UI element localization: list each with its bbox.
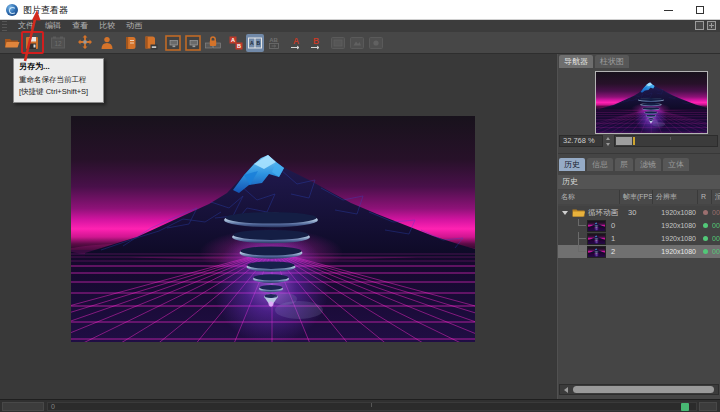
tab-histogram[interactable]: 柱状图 [595,55,629,68]
table-row[interactable]: 循环动画 30 1920x1080 00 [558,206,720,219]
nav-frame-1-icon[interactable] [329,34,347,52]
app-icon [6,4,18,16]
maximize-button[interactable] [687,0,713,20]
nav-frame-3-icon[interactable] [367,34,385,52]
column-r[interactable]: R [698,190,712,204]
menu-view[interactable]: 查看 [72,20,88,32]
timeline-track[interactable]: 0 [47,402,697,411]
menu-compare[interactable]: 比较 [99,20,115,32]
frame-thumbnail [587,233,606,245]
zoom-slider-marker [633,137,635,145]
set-image-a-icon[interactable]: A [287,34,305,52]
tab-filter[interactable]: 滤镜 [635,158,661,171]
zoom-spinner[interactable] [605,136,612,147]
timeline-right-box[interactable] [699,402,717,411]
compare-ab-split-icon[interactable]: AB [246,34,264,52]
compare-ab-sequence-icon[interactable]: AB [265,34,283,52]
row-name: 2 [611,245,615,258]
nav-frame-2-icon[interactable] [348,34,366,52]
glyph-b: B [256,40,260,46]
set-image-b-icon[interactable]: B [307,34,325,52]
spinner-up-icon [606,137,610,140]
menu-edit[interactable]: 编辑 [45,20,61,32]
view-a-icon[interactable] [164,34,182,52]
timeline-start-label: 0 [51,403,55,411]
zoom-slider-handle[interactable] [616,137,632,145]
render-status-dot [703,223,708,228]
frame-thumbnail [587,246,606,258]
move-view-icon[interactable] [76,34,94,52]
open-file-icon[interactable] [3,34,21,52]
tooltip-description: 重命名保存当前工程 [19,75,98,84]
menu-grip-handle[interactable] [2,21,7,31]
glyph-a: A [231,37,235,43]
tab-info[interactable]: 信息 [587,158,613,171]
tree-line [578,251,586,252]
glyph-ab: AB [269,37,278,43]
tab-navigator[interactable]: 导航器 [559,55,593,68]
tooltip-shortcut: [快捷键 Ctrl+Shift+S] [19,87,98,96]
tab-layer[interactable]: 层 [615,158,633,171]
tab-history[interactable]: 历史 [559,158,585,171]
table-row[interactable]: 1 1920x1080 00 [558,232,720,245]
save-as-tooltip: 另存为... 重命名保存当前工程 [快捷键 Ctrl+Shift+S] [13,58,104,103]
render-status-dot [703,249,708,254]
history-tabs: 历史 信息 层 滤镜 立体 [559,158,689,171]
column-fps[interactable]: 帧率(FPS) [620,190,653,204]
menu-animation[interactable]: 动画 [126,20,142,32]
float-panel-icon[interactable] [695,21,704,30]
glyph-a: A [293,36,299,46]
render-status-dot [703,210,708,215]
navigator-tabs: 导航器 柱状图 [559,55,629,68]
title-bar: 图片查看器 [0,0,720,20]
minimize-icon [664,10,673,11]
zoom-slider[interactable] [614,135,718,147]
scroll-left-arrow-icon[interactable] [561,386,571,393]
column-name[interactable]: 名称 [558,190,620,204]
add-history-icon[interactable] [121,34,139,52]
tab-stereo[interactable]: 立体 [663,158,689,171]
history-horizontal-scrollbar[interactable] [559,384,719,395]
column-resolution[interactable]: 分辨率 [653,190,698,204]
section-divider [558,153,720,154]
folder-icon [572,208,585,217]
tree-line [578,225,586,226]
window-title: 图片查看器 [23,4,68,17]
minimize-button[interactable] [655,0,681,20]
row-rendertime: 00 [712,209,720,216]
user-view-icon[interactable] [98,34,116,52]
table-row[interactable]: 0 1920x1080 00 [558,219,720,232]
frame-thumbnail [587,220,606,232]
history-section-title: 历史 [558,175,720,189]
view-b-icon[interactable] [184,34,202,52]
navigator-preview[interactable] [595,71,708,134]
right-panel: 导航器 柱状图 32.768 % 历史 信息 层 滤镜 立体 [558,54,720,399]
timeline-left-box[interactable] [2,402,44,411]
row-name: 循环动画 [588,206,618,219]
column-rendertime[interactable]: 渲 [712,190,720,204]
row-name: 1 [611,232,615,245]
table-row-selected[interactable]: 2 1920x1080 00 [558,245,720,258]
zoom-controls: 32.768 % [558,135,720,148]
remove-history-icon[interactable] [141,34,159,52]
tree-line [578,238,586,239]
row-resolution: 1920x1080 [653,209,698,216]
link-views-icon[interactable] [204,34,222,52]
save-icon[interactable] [23,34,41,52]
expand-caret-icon[interactable] [562,211,568,215]
zoom-value-field[interactable]: 32.768 % [559,135,603,147]
picture-viewer-window: 图片查看器 文件 编辑 查看 比较 动画 12 [0,0,720,412]
scrollbar-thumb[interactable] [573,386,714,393]
compare-ab-stack-icon[interactable]: AB [227,34,245,52]
history-table-header: 名称 帧率(FPS) 分辨率 R 渲 [558,190,720,204]
row-resolution: 1920x1080 [653,235,698,242]
menu-file[interactable]: 文件 [18,20,34,32]
glyph-b: B [313,36,319,46]
row-rendertime: 00 [712,222,720,229]
animation-timeline: 0 [0,399,720,412]
timeline-playhead[interactable] [681,403,689,411]
frame-range-icon[interactable]: 12 [49,34,67,52]
maximize-icon [696,6,704,14]
new-panel-icon[interactable] [707,21,716,30]
render-status-dot [703,236,708,241]
